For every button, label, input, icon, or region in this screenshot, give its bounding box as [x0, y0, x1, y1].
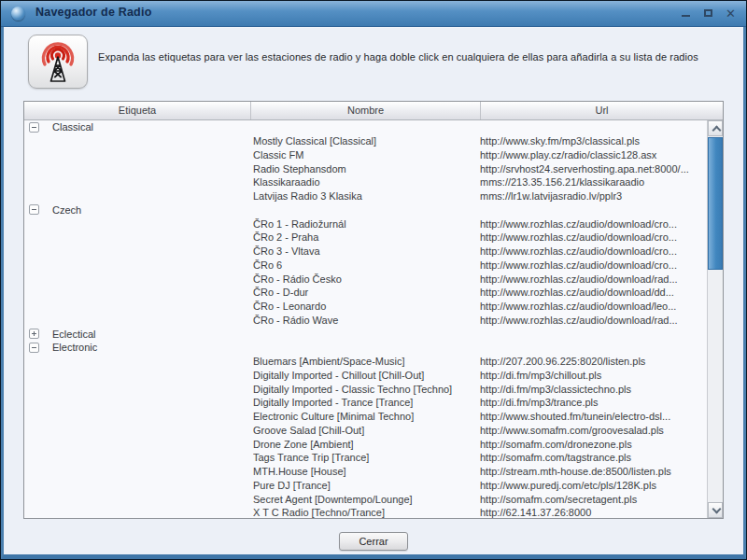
station-row[interactable]: ČRo - D-durhttp://www.rozhlas.cz/audio/d… — [24, 286, 707, 300]
station-row[interactable]: Groove Salad [Chill-Out]http://www.somaf… — [24, 424, 707, 438]
group-label: Classical — [52, 121, 93, 133]
station-name: Digitally Imported - Chillout [Chill-Out… — [253, 370, 480, 381]
station-row[interactable]: Klassikaraadiomms://213.35.156.21/klassi… — [24, 175, 707, 189]
station-name: Digitally Imported - Trance [Trance] — [253, 397, 480, 408]
scroll-up-icon — [712, 126, 722, 135]
station-url: http://di.fm/mp3/trance.pls — [480, 397, 707, 408]
group-row[interactable]: Eclectical — [24, 327, 707, 341]
group-label: Eclectical — [52, 329, 95, 340]
station-url: http://207.200.96.225:8020/listen.pls — [480, 356, 707, 367]
dialog-body: Expanda las etiquetas para ver las estac… — [1, 27, 746, 559]
station-url: http://somafm.com/tagstrance.pls — [480, 452, 707, 463]
expander-minus-icon[interactable] — [29, 343, 39, 353]
station-row[interactable]: Digitally Imported - Classic Techno [Tec… — [24, 382, 707, 396]
station-name: Pure DJ [Trance] — [253, 480, 480, 491]
station-url: http://www.shouted.fm/tunein/electro-dsl… — [480, 411, 707, 422]
radio-tower-icon — [33, 39, 83, 84]
station-row[interactable]: ČRo 2 - Prahahttp://www.rozhlas.cz/audio… — [24, 231, 707, 245]
station-row[interactable]: Bluemars [Ambient/Space-Music]http://207… — [24, 355, 707, 369]
station-url: http://stream.mth-house.de:8500/listen.p… — [480, 466, 707, 477]
station-row[interactable]: Digitally Imported - Trance [Trance]http… — [24, 396, 707, 410]
station-name: Mostly Classical [Classical] — [253, 135, 480, 147]
station-name: ČRo 3 - Vltava — [253, 245, 480, 257]
app-icon — [11, 7, 25, 21]
scroll-down-button[interactable] — [708, 502, 723, 518]
cerrar-button[interactable]: Cerrar — [339, 532, 408, 551]
minimize-button[interactable] — [678, 6, 694, 21]
station-name: Groove Salad [Chill-Out] — [253, 425, 480, 436]
station-name: ČRo - D-dur — [253, 287, 480, 298]
table-body: ClassicalMostly Classical [Classical]htt… — [24, 120, 707, 518]
column-header-etiqueta[interactable]: Etiqueta — [24, 102, 251, 119]
maximize-button[interactable] — [700, 6, 716, 21]
station-url: http://somafm.com/secretagent.pls — [480, 494, 707, 505]
station-row[interactable]: Latvijas Radio 3 Klasikamms://lr1w.latvi… — [24, 189, 707, 203]
group-row[interactable]: Electronic — [24, 341, 707, 355]
station-row[interactable]: Classic FMhttp://www.play.cz/radio/class… — [24, 148, 707, 162]
station-row[interactable]: ČRo 3 - Vltavahttp://www.rozhlas.cz/audi… — [24, 245, 707, 259]
station-row[interactable]: ČRo 1 - Radiožurnálhttp://www.rozhlas.cz… — [24, 217, 707, 231]
station-name: ČRo - Rádio Wave — [253, 315, 480, 326]
stations-table: Etiqueta Nombre Url ClassicalMostly Clas… — [23, 101, 724, 519]
column-header-nombre[interactable]: Nombre — [251, 102, 481, 119]
expander-minus-icon[interactable] — [29, 122, 39, 133]
station-url: http://www.play.cz/radio/classic128.asx — [480, 149, 707, 161]
station-row[interactable]: Pure DJ [Trance]http://www.puredj.com/et… — [24, 479, 707, 493]
titlebar[interactable]: Navegador de Radio ✕ — [1, 1, 746, 27]
scrollbar-thumb[interactable] — [708, 137, 723, 270]
station-name: Drone Zone [Ambient] — [253, 439, 480, 450]
station-url: http://www.sky.fm/mp3/classical.pls — [480, 135, 707, 147]
station-url: http://www.rozhlas.cz/audio/download/cro… — [480, 218, 707, 230]
group-row[interactable]: Czech — [24, 203, 707, 217]
station-name: Classic FM — [253, 149, 480, 161]
station-url: http://www.rozhlas.cz/audio/download/rad… — [480, 315, 707, 326]
station-row[interactable]: Tags Trance Trip [Trance]http://somafm.c… — [24, 451, 707, 465]
station-url: http://di.fm/mp3/chillout.pls — [480, 370, 707, 381]
station-row[interactable]: ČRo - Rádio Českohttp://www.rozhlas.cz/a… — [24, 272, 707, 286]
station-row[interactable]: Electronic Culture [Minimal Techno]http:… — [24, 410, 707, 424]
radio-browser-window: Navegador de Radio ✕ Expanda las etiquet… — [0, 0, 747, 560]
group-label: Electronic — [52, 342, 97, 353]
station-row[interactable]: Digitally Imported - Chillout [Chill-Out… — [24, 369, 707, 383]
expander-plus-icon[interactable] — [29, 329, 39, 339]
group-label: Czech — [52, 204, 81, 216]
instruction-text: Expanda las etiquetas para ver las estac… — [98, 51, 738, 63]
station-row[interactable]: X T C Radio [Techno/Trance]http://62.141… — [24, 506, 707, 518]
window-title: Navegador de Radio — [35, 6, 151, 19]
station-name: Digitally Imported - Classic Techno [Tec… — [253, 384, 480, 395]
station-name: ČRo 1 - Radiožurnál — [253, 218, 480, 230]
maximize-icon — [704, 9, 712, 17]
station-row[interactable]: ČRo - Rádio Wavehttp://www.rozhlas.cz/au… — [24, 314, 707, 328]
station-row[interactable]: MTH.House [House]http://stream.mth-house… — [24, 465, 707, 479]
station-row[interactable]: Secret Agent [Downtempo/Lounge]http://so… — [24, 492, 707, 506]
station-row[interactable]: ČRo - Leonardohttp://www.rozhlas.cz/audi… — [24, 300, 707, 314]
station-name: Latvijas Radio 3 Klasika — [253, 190, 480, 202]
station-url: mms://lr1w.latvijasradio.lv/pplr3 — [480, 190, 707, 202]
group-row[interactable]: Classical — [24, 120, 707, 134]
radio-tower-tile — [28, 35, 88, 89]
station-url: http://62.141.37.26:8000 — [480, 507, 707, 518]
expander-minus-icon[interactable] — [29, 204, 39, 215]
station-url: http://www.rozhlas.cz/audio/download/rad… — [480, 273, 707, 285]
station-name: Bluemars [Ambient/Space-Music] — [253, 356, 480, 367]
station-row[interactable]: Mostly Classical [Classical]http://www.s… — [24, 134, 707, 148]
station-url: http://srvhost24.serverhosting.apa.net:8… — [480, 163, 707, 175]
station-row[interactable]: ČRo 6http://www.rozhlas.cz/audio/downloa… — [24, 259, 707, 273]
scroll-up-button[interactable] — [708, 120, 723, 136]
station-name: ČRo - Rádio Česko — [253, 273, 480, 285]
column-header-url[interactable]: Url — [481, 102, 723, 119]
station-url: http://www.somafm.com/groovesalad.pls — [480, 425, 707, 436]
station-url: http://www.puredj.com/etc/pls/128K.pls — [480, 480, 707, 491]
station-row[interactable]: Radio Stephansdomhttp://srvhost24.server… — [24, 161, 707, 175]
minimize-icon — [682, 15, 690, 17]
station-name: ČRo 2 - Praha — [253, 231, 480, 243]
vertical-scrollbar[interactable] — [707, 120, 723, 518]
station-name: Tags Trance Trip [Trance] — [253, 452, 480, 463]
station-name: ČRo 6 — [253, 259, 480, 271]
station-name: Klassikaraadio — [253, 176, 480, 188]
station-row[interactable]: Drone Zone [Ambient]http://somafm.com/dr… — [24, 437, 707, 451]
station-url: http://www.rozhlas.cz/audio/download/cro… — [480, 245, 707, 257]
station-url: http://www.rozhlas.cz/audio/download/cro… — [480, 231, 707, 243]
station-name: ČRo - Leonardo — [253, 301, 480, 312]
close-window-button[interactable]: ✕ — [723, 6, 739, 21]
